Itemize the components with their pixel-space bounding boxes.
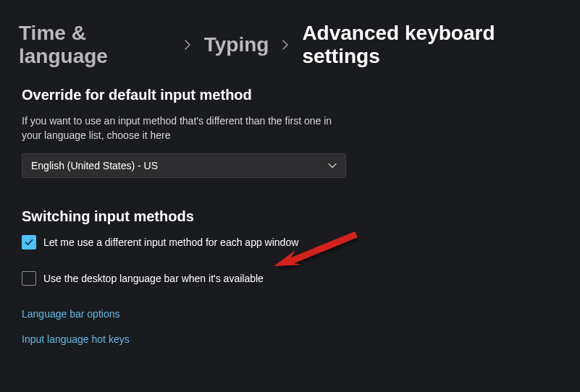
checkbox-per-app-input[interactable] [22, 235, 36, 250]
check-icon [24, 237, 34, 247]
checkbox-row-language-bar[interactable]: Use the desktop language bar when it's a… [22, 271, 558, 286]
section-heading-override: Override for default input method [22, 87, 558, 103]
breadcrumb-parent-time-language[interactable]: Time & language [19, 22, 171, 68]
link-input-language-hotkeys[interactable]: Input language hot keys [22, 333, 130, 345]
select-value: English (United States) - US [31, 160, 158, 171]
checkbox-label-per-app: Let me use a different input method for … [43, 237, 298, 248]
override-description: If you want to use an input method that'… [22, 114, 340, 143]
checkbox-row-per-app-input[interactable]: Let me use a different input method for … [22, 235, 558, 250]
chevron-down-icon [328, 163, 337, 169]
breadcrumb: Time & language Typing Advanced keyboard… [0, 0, 580, 68]
section-heading-switching: Switching input methods [22, 208, 558, 225]
breadcrumb-parent-typing[interactable]: Typing [204, 33, 269, 56]
chevron-right-icon [282, 39, 289, 51]
link-language-bar-options[interactable]: Language bar options [22, 308, 119, 320]
page-content: Override for default input method If you… [0, 68, 580, 358]
checkbox-label-language-bar: Use the desktop language bar when it's a… [43, 273, 264, 284]
checkbox-language-bar[interactable] [22, 271, 36, 286]
default-input-method-select[interactable]: English (United States) - US [22, 153, 346, 178]
chevron-right-icon [184, 39, 191, 51]
breadcrumb-current: Advanced keyboard settings [302, 22, 561, 68]
